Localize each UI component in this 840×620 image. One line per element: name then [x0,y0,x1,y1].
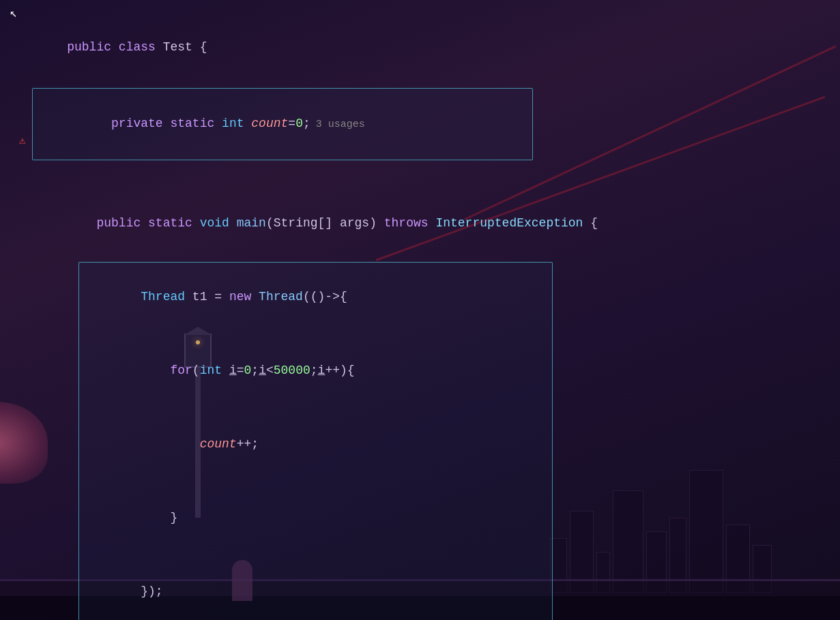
kw-int: int [222,117,251,130]
thread1-close-outer: }); [38,555,826,620]
field-line-container: private static int count=0;3 usages [38,87,826,162]
count1-inc: ++; [237,437,259,451]
thread1-block: Thread t1 = new Thread(()->{ for(int i=0… [38,260,826,620]
kw-thread1: Thread [141,290,192,304]
indent-cb1 [82,511,171,525]
kw-public2: public [96,216,148,230]
empty-line-1 [38,162,826,186]
code-line-class: public class Test { [38,10,826,84]
var-i1b: i [259,364,266,377]
for1-semi2: ; [310,364,318,377]
semicolon: ; [303,117,310,130]
main-method-line: public static void main(String[] args) t… [38,186,826,260]
indent [82,117,111,130]
fn-main: main [237,216,266,230]
close-thread1: }); [141,585,162,598]
thread1-close-inner: } [38,481,826,555]
for1-semi1: ; [251,364,259,377]
warning-icon: ⚠ [19,134,26,147]
var-count: count [251,117,288,130]
main-params: (String[] args) [266,216,384,230]
kw-void: void [200,216,237,230]
num-0-1: 0 [244,364,252,377]
keyword-public: public [67,40,119,54]
indent-t1 [82,290,141,304]
kw-static2: static [148,216,200,230]
var-count1: count [200,437,237,451]
equals: = [288,117,295,130]
class-name: Test { [163,40,207,54]
thread1-decl: Thread t1 = new Thread(()->{ [38,260,826,334]
var-i1c: i [318,364,325,377]
kw-throws: throws [384,216,436,230]
for1-inc: ++){ [325,364,354,377]
indent-main [67,216,96,230]
close-brace1: } [170,511,177,525]
indent-for1 [82,364,171,377]
num-50000-1: 50000 [274,364,310,377]
usages-comment: 3 usages [316,119,365,130]
code-editor[interactable]: public class Test { private static int c… [0,0,840,620]
fn-thread1: Thread [259,290,303,304]
for1-eq: = [237,364,244,377]
indent-cb2 [82,585,141,598]
kw-new1: new [229,290,259,304]
kw-private: private [111,117,170,130]
exception-class: InterruptedException [435,216,583,230]
thread1-count: count++; [38,407,826,481]
t1-name: t1 = [192,290,229,304]
kw-for1: for [170,364,192,377]
open-brace-main: { [583,216,598,230]
indent-count1 [82,437,200,451]
for1-lt: < [266,364,274,377]
kw-static: static [170,117,222,130]
num-zero: 0 [295,117,303,130]
mouse-cursor: ↖ [10,5,17,20]
kw-int1: int [200,364,229,377]
field-line: private static int count=0;3 usages [38,87,826,162]
thread1-for: for(int i=0;i<50000;i++){ [38,334,826,407]
thread1-arrow: (()->{ [303,290,347,304]
var-i1: i [229,364,237,377]
keyword-class: class [119,40,163,54]
for1-paren: ( [192,364,200,377]
